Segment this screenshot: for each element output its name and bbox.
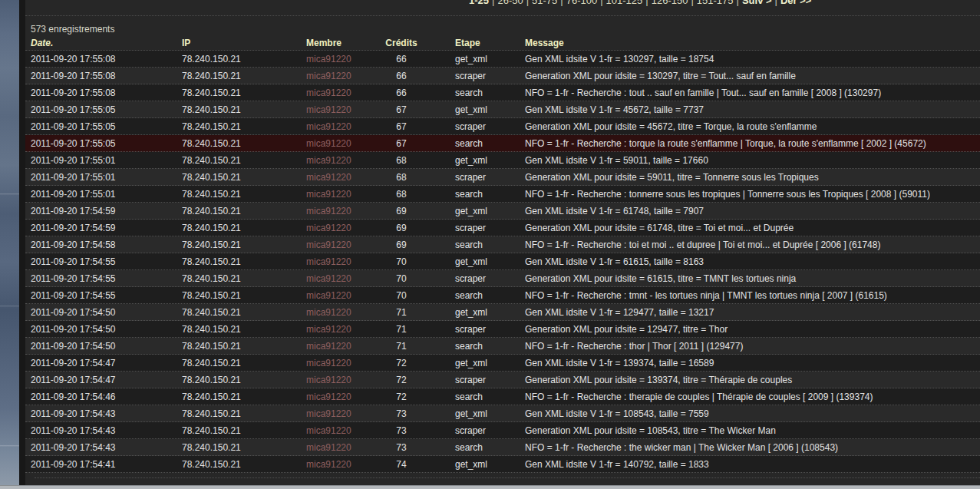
cell-date: 2011-09-20 17:54:50 [25,338,177,354]
cell-member-link[interactable]: mica91220 [301,372,382,388]
cell-date: 2011-09-20 17:54:47 [25,372,177,388]
table-row[interactable]: 2011-09-20 17:55:01 78.240.150.21 mica91… [25,186,980,203]
cell-member-link[interactable]: mica91220 [301,236,382,253]
table-row[interactable]: 2011-09-20 17:54:59 78.240.150.21 mica91… [25,220,980,236]
cell-message: Generation XML pour idsite = 45672, titr… [525,118,980,134]
pagination-page[interactable]: 151-175 [697,0,734,6]
cell-member-link[interactable]: mica91220 [301,118,382,134]
table-footer-separator [35,477,980,478]
cell-credits: 72 [382,388,421,405]
cell-message: Generation XML pour idsite = 61615, titr… [525,270,980,286]
table-row[interactable]: 2011-09-20 17:55:01 78.240.150.21 mica91… [25,169,980,186]
cell-ip: 78.240.150.21 [177,51,301,67]
pagination-separator: | [734,0,742,6]
table-row[interactable]: 2011-09-20 17:55:08 78.240.150.21 mica91… [25,51,980,68]
table-row[interactable]: 2011-09-20 17:54:50 78.240.150.21 mica91… [25,338,980,355]
cell-ip: 78.240.150.21 [177,405,301,421]
column-header-date[interactable]: Date. [25,35,177,50]
pagination-separator: | [489,0,497,6]
cell-member-link[interactable]: mica91220 [301,287,382,303]
table-row[interactable]: 2011-09-20 17:55:08 78.240.150.21 mica91… [25,84,980,101]
cell-credits: 66 [382,51,421,67]
pagination-page-current[interactable]: 1-25 [469,0,489,6]
cell-message: NFO = 1-fr - Recherche : tonnerre sous l… [525,186,980,202]
cell-ip: 78.240.150.21 [177,169,301,185]
table-row[interactable]: 2011-09-20 17:55:01 78.240.150.21 mica91… [25,152,980,169]
column-header-member[interactable]: Membre [301,35,382,50]
cell-date: 2011-09-20 17:55:01 [25,152,177,168]
table-row[interactable]: 2011-09-20 17:54:50 78.240.150.21 mica91… [25,321,980,338]
pagination-page[interactable]: 126-150 [652,0,688,6]
table-row[interactable]: 2011-09-20 17:54:43 78.240.150.21 mica91… [25,439,980,456]
cell-member-link[interactable]: mica91220 [301,405,382,421]
cell-step: scraper [421,169,525,185]
cell-step: scraper [421,68,525,84]
cell-member-link[interactable]: mica91220 [301,456,382,472]
cell-member-link[interactable]: mica91220 [301,135,382,151]
cell-member-link[interactable]: mica91220 [301,220,382,236]
pagination-page[interactable]: 76-100 [566,0,597,6]
pagination: 1-25|26-50|51-75|76-100|101-125|126-150|… [469,0,811,6]
cell-message: NFO = 1-fr - Recherche : tmnt - les tort… [525,287,980,303]
cell-member-link[interactable]: mica91220 [301,355,382,371]
cell-message: Generation XML pour idsite = 130297, tit… [525,68,980,84]
cell-message: Gen XML idsite V 1-fr = 140792, taille =… [525,456,980,472]
pagination-page[interactable]: 101-125 [606,0,643,6]
cell-credits: 69 [382,203,421,219]
cell-member-link[interactable]: mica91220 [301,338,382,354]
cell-step: get_xml [421,405,525,421]
cell-member-link[interactable]: mica91220 [301,51,382,67]
column-header-step[interactable]: Etape [421,35,525,50]
cell-member-link[interactable]: mica91220 [301,253,382,269]
pagination-next[interactable]: Suiv > [742,0,772,6]
pagination-page[interactable]: 26-50 [497,0,523,6]
table-row[interactable]: 2011-09-20 17:54:59 78.240.150.21 mica91… [25,203,980,220]
cell-date: 2011-09-20 17:54:50 [25,321,177,337]
cell-member-link[interactable]: mica91220 [301,152,382,168]
table-row[interactable]: 2011-09-20 17:54:55 78.240.150.21 mica91… [25,270,980,287]
cell-member-link[interactable]: mica91220 [301,304,382,320]
table-row[interactable]: 2011-09-20 17:54:55 78.240.150.21 mica91… [25,287,980,304]
cell-member-link[interactable]: mica91220 [301,270,382,286]
cell-step: scraper [421,220,525,236]
cell-date: 2011-09-20 17:54:55 [25,253,177,269]
cell-member-link[interactable]: mica91220 [301,203,382,219]
table-row[interactable]: 2011-09-20 17:55:05 78.240.150.21 mica91… [25,101,980,118]
cell-member-link[interactable]: mica91220 [301,422,382,438]
cell-ip: 78.240.150.21 [177,220,301,236]
cell-member-link[interactable]: mica91220 [301,101,382,117]
pagination-page[interactable]: 51-75 [532,0,557,6]
table-row[interactable]: 2011-09-20 17:54:43 78.240.150.21 mica91… [25,422,980,439]
cell-ip: 78.240.150.21 [177,338,301,354]
cell-ip: 78.240.150.21 [177,253,301,269]
cell-ip: 78.240.150.21 [177,186,301,202]
cell-member-link[interactable]: mica91220 [301,321,382,337]
cell-member-link[interactable]: mica91220 [301,84,382,101]
table-row[interactable]: 2011-09-20 17:55:05 78.240.150.21 mica91… [25,118,980,135]
table-row[interactable]: 2011-09-20 17:55:05 78.240.150.21 mica91… [25,135,980,152]
cell-member-link[interactable]: mica91220 [301,186,382,202]
table-row[interactable]: 2011-09-20 17:54:47 78.240.150.21 mica91… [25,355,980,372]
column-header-credits[interactable]: Crédits [382,35,421,50]
cell-credits: 69 [382,236,421,253]
table-row[interactable]: 2011-09-20 17:54:55 78.240.150.21 mica91… [25,253,980,270]
table-row[interactable]: 2011-09-20 17:54:50 78.240.150.21 mica91… [25,304,980,321]
column-header-message[interactable]: Message [525,35,980,50]
cell-member-link[interactable]: mica91220 [301,169,382,185]
table-row[interactable]: 2011-09-20 17:54:43 78.240.150.21 mica91… [25,405,980,422]
cell-message: NFO = 1-fr - Recherche : thor | Thor [ 2… [525,338,980,354]
table-row[interactable]: 2011-09-20 17:54:58 78.240.150.21 mica91… [25,236,980,253]
column-header-ip[interactable]: IP [177,35,301,50]
cell-date: 2011-09-20 17:54:59 [25,203,177,219]
table-header-row: Date. IP Membre Crédits Etape Message [25,35,980,51]
cell-member-link[interactable]: mica91220 [301,388,382,405]
cell-step: get_xml [421,304,525,320]
cell-member-link[interactable]: mica91220 [301,439,382,455]
table-row[interactable]: 2011-09-20 17:55:08 78.240.150.21 mica91… [25,68,980,84]
table-row[interactable]: 2011-09-20 17:54:47 78.240.150.21 mica91… [25,372,980,388]
cell-member-link[interactable]: mica91220 [301,68,382,84]
table-body: 2011-09-20 17:55:08 78.240.150.21 mica91… [25,51,980,473]
table-row[interactable]: 2011-09-20 17:54:41 78.240.150.21 mica91… [25,456,980,473]
pagination-last[interactable]: Der >> [780,0,811,6]
table-row[interactable]: 2011-09-20 17:54:46 78.240.150.21 mica91… [25,388,980,405]
